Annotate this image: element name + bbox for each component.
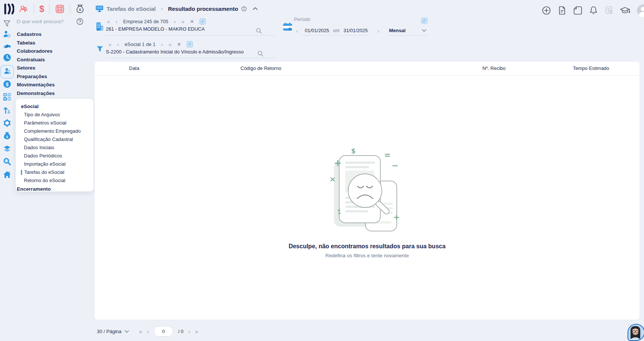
document-search-icon[interactable] [604, 6, 613, 15]
bell-icon[interactable] [589, 6, 598, 15]
submenu-item-dados-periodicos[interactable]: Dados Periódicos [21, 152, 93, 160]
home-icon[interactable] [3, 170, 11, 179]
svg-text:×: × [329, 175, 336, 184]
esocial-checkbox[interactable]: ✓ [187, 41, 193, 47]
breadcrumb-page: Resultado processamento [168, 6, 238, 12]
sidebar-search-input[interactable] [16, 18, 73, 25]
last-page-icon[interactable]: » [195, 329, 198, 334]
periodo-label: Período [294, 17, 310, 22]
note-icon[interactable] [573, 6, 583, 15]
first-page-icon[interactable]: « [107, 19, 110, 24]
svg-text:$: $ [351, 147, 356, 155]
user-avatar[interactable] [637, 4, 644, 17]
last-page-icon[interactable]: » [169, 42, 172, 47]
page-number-input[interactable] [154, 326, 173, 337]
spreadsheet-icon[interactable] [55, 4, 65, 14]
submenu-item-tarefas-do-esocial[interactable]: Tarefas do eSocial [21, 168, 93, 176]
prev-period-icon[interactable]: ‹ [296, 28, 298, 34]
layers-icon[interactable] [3, 145, 11, 153]
empresa-field[interactable]: 261 - EMPRESA MODELO - MAKRO EDUCA [106, 26, 275, 36]
collapse-chevron-icon[interactable] [253, 7, 258, 10]
svg-text:$: $ [79, 8, 81, 12]
periodo-range-field[interactable]: 01/01/2025 até 31/01/2025 [303, 26, 369, 36]
empty-state-subtitle: Redefina os filtros e tente novamente [325, 253, 409, 258]
sidebar-item-demonstracoes[interactable]: Demonstrações [17, 90, 55, 96]
periodo-mode-select[interactable]: Mensal [387, 26, 428, 36]
app-logo[interactable] [4, 3, 14, 15]
page-size-select[interactable]: 30 / Página [97, 329, 129, 334]
sidebar-item-encerramento[interactable]: Encerramento [17, 186, 51, 192]
filter-icon [3, 20, 12, 28]
assistant-avatar [628, 325, 643, 339]
submenu-item-label: Tarefas do eSocial [24, 168, 64, 176]
sidebar-item-contratuais[interactable]: Contratuais [17, 57, 45, 62]
prev-page-icon[interactable]: ‹ [116, 19, 117, 24]
search-icon[interactable] [256, 28, 262, 34]
calculator-icon[interactable] [3, 93, 11, 101]
svg-text:+: + [334, 158, 341, 168]
last-page-icon[interactable]: » [181, 19, 184, 24]
moneybag-icon[interactable]: $ [76, 4, 85, 14]
sidebar-item-preparacoes[interactable]: Preparações [17, 74, 47, 79]
periodo-end-date[interactable]: 31/01/2025 [343, 28, 368, 33]
submenu-item-dados-iniciais[interactable]: Dados Iniciais [21, 144, 93, 152]
next-period-icon[interactable]: › [377, 28, 379, 34]
clock-icon[interactable] [3, 53, 11, 62]
first-page-icon[interactable]: « [139, 329, 142, 334]
monitor-icon [95, 5, 104, 12]
sidebar-item-movimentacoes[interactable]: Movimentações [17, 82, 55, 87]
person-gear-icon[interactable] [3, 30, 11, 38]
dollar-icon[interactable]: $ [3, 80, 11, 88]
search-icon[interactable] [257, 50, 264, 57]
clear-esocial-icon[interactable]: × [177, 41, 181, 47]
breadcrumb-separator: › [161, 6, 163, 12]
sidebar-item-cadastros[interactable]: Cadastros [17, 31, 42, 37]
empresa-pager: « ‹ Empresa 245 de 705 › » × ✓ [107, 18, 206, 25]
graduation-cap-icon[interactable] [620, 6, 630, 15]
assistant-avatar-button[interactable] [628, 324, 644, 341]
sidebar-item-esocial[interactable]: eSocial [21, 102, 93, 111]
app-root: $ $ Tarefas do eSo [0, 0, 644, 341]
submenu-item-complemento-empregado[interactable]: Complemento Empregado [21, 127, 93, 135]
help-icon[interactable] [76, 18, 83, 25]
people-icon[interactable] [19, 4, 28, 14]
column-header-data: Data [129, 62, 139, 75]
breadcrumb-section[interactable]: Tarefas do eSocial [107, 6, 156, 12]
submenu-item-tipo-de-arquivos[interactable]: Tipo de Arquivos [21, 111, 93, 119]
dollar-icon[interactable]: $ [39, 4, 44, 14]
document-icon[interactable] [558, 6, 567, 15]
sidebar-item-tabelas[interactable]: Tabelas [17, 40, 35, 46]
empresa-checkbox[interactable]: ✓ [199, 18, 206, 25]
info-icon[interactable] [241, 6, 247, 12]
svg-text:$: $ [6, 135, 8, 139]
person-up-icon[interactable] [3, 106, 11, 114]
submenu-item-parametros-esocial[interactable]: Parâmetros eSocial [21, 119, 93, 127]
filter-funnel-icon [96, 46, 104, 52]
sidebar-item-setores[interactable]: Setores [17, 65, 36, 71]
moneybag-icon[interactable]: $ [3, 132, 11, 140]
svg-text:−: − [392, 161, 398, 170]
first-page-icon[interactable]: « [108, 42, 111, 47]
table-header: Data Código de Retorno Nº. Recibo Tempo … [95, 62, 640, 76]
prev-page-icon[interactable]: ‹ [147, 329, 149, 334]
esocial-field[interactable]: S-2200 - Cadastramento Inicial do Víncul… [106, 49, 275, 58]
sidebar-item-colaboradores[interactable]: Colaboradores [17, 48, 52, 54]
handshake-icon[interactable] [3, 42, 11, 50]
submenu-item-qualificacao-cadastral[interactable]: Qualificação Cadastral [21, 135, 93, 144]
submenu-item-retorno-do-esocial[interactable]: Retorno do eSocial [21, 176, 93, 185]
search-icon[interactable] [3, 157, 11, 166]
results-card: Data Código de Retorno Nº. Recibo Tempo … [95, 62, 640, 320]
people-icon[interactable] [4, 67, 12, 76]
periodo-start-date[interactable]: 01/01/2025 [305, 28, 329, 33]
prev-page-icon[interactable]: ‹ [117, 42, 119, 47]
periodo-mode-value: Mensal [389, 28, 405, 33]
clear-empresa-icon[interactable]: × [190, 18, 194, 25]
submenu-item-importacao-esocial[interactable]: Importação eSocial [21, 160, 93, 168]
next-page-icon[interactable]: › [161, 42, 163, 47]
next-page-icon[interactable]: › [188, 329, 190, 334]
gear-icon[interactable] [3, 119, 11, 127]
add-circle-icon[interactable] [542, 6, 551, 15]
periodo-checkbox[interactable]: ✓ [421, 18, 427, 24]
next-page-icon[interactable]: › [174, 19, 176, 24]
column-header-codigo: Código de Retorno [240, 62, 281, 75]
